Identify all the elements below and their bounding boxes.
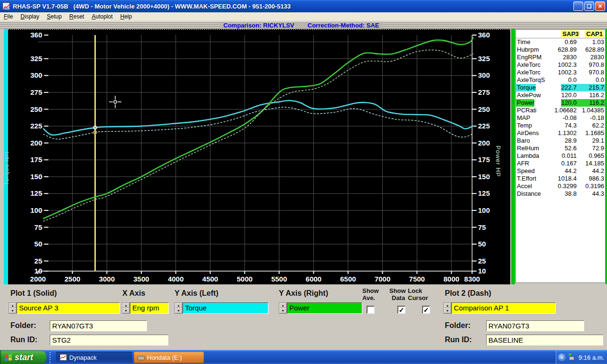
row-value-cap1: 29.1 xyxy=(577,137,605,145)
yright-select[interactable]: Power xyxy=(287,302,362,314)
plot1-spinner[interactable]: ▲▼ xyxy=(9,302,17,314)
row-value-cap1: 72.9 xyxy=(577,145,605,152)
svg-text:5500: 5500 xyxy=(271,275,287,283)
lock-cursor-checkbox[interactable]: ✓ xyxy=(422,306,430,314)
menu-item-file[interactable]: File xyxy=(0,13,17,20)
spin-up-icon: ▲ xyxy=(444,303,451,308)
row-value-cap1: 0.3196 xyxy=(577,182,605,190)
maximize-button[interactable]: ❏ xyxy=(584,1,594,11)
row-label: EngRPM xyxy=(516,54,542,61)
row-value-cap1: 116.2 xyxy=(577,91,605,99)
plot2-spinner[interactable]: ▲▼ xyxy=(443,302,451,314)
column-header-cap1: CAP1 xyxy=(585,30,604,37)
table-row: MAP-0.08-0.18 xyxy=(516,114,605,122)
table-row: Torque222.7215.7 xyxy=(516,84,605,91)
row-value-sap3: 74.3 xyxy=(565,122,577,129)
row-value-sap3: 2830 xyxy=(563,54,577,61)
spin-up-icon: ▲ xyxy=(122,303,129,308)
row-label: AirDens xyxy=(516,129,539,137)
comparison-label: Comparison: RICKYLSV xyxy=(223,22,294,29)
svg-text:100: 100 xyxy=(478,206,490,214)
yleft-spinner[interactable]: ▲▼ xyxy=(175,302,183,314)
live-data-panel: SAP3 CAP1 Time0.691.03Hubrpm628.89628.89… xyxy=(515,29,606,283)
runid-label-right: Run ID: xyxy=(445,336,472,344)
row-value-cap1: 215.7 xyxy=(577,84,605,91)
svg-text:25: 25 xyxy=(478,257,486,265)
start-label: start xyxy=(15,353,33,363)
row-label: T.Effort xyxy=(516,175,536,182)
title-bar[interactable]: RHAS-SP V1.7-05B (4WD - Motor Vehicle 20… xyxy=(0,0,607,12)
table-row: Accel0.32990.3196 xyxy=(516,182,605,190)
svg-text:2000: 2000 xyxy=(30,275,46,283)
row-value-cap1: 0.0 xyxy=(577,76,605,84)
minimize-button[interactable]: _ xyxy=(573,1,583,11)
svg-text:7500: 7500 xyxy=(409,275,425,283)
runid-input-left[interactable] xyxy=(50,335,168,346)
svg-text:325: 325 xyxy=(30,55,42,63)
drive-icon xyxy=(138,356,145,360)
plot1-select[interactable]: Source AP 3 xyxy=(17,302,120,314)
row-label: AxleTorc xyxy=(516,61,541,69)
svg-text:225: 225 xyxy=(30,122,42,130)
series-power-solid-ap3 xyxy=(44,38,473,218)
start-button[interactable]: start xyxy=(0,350,46,364)
svg-text:175: 175 xyxy=(30,155,42,164)
svg-text:200: 200 xyxy=(478,139,490,147)
safely-remove-hardware-icon[interactable] xyxy=(568,355,575,360)
task-button-hondata[interactable]: Hondata (E:) xyxy=(134,352,204,363)
dyno-chart[interactable]: 1010252550507575100100125125150150175175… xyxy=(8,29,510,284)
row-value-sap3: 1.06682 xyxy=(554,107,577,114)
yleft-select[interactable]: Torque xyxy=(183,302,268,314)
task-label: Hondata (E:) xyxy=(147,354,182,361)
menu-item-display[interactable]: Display xyxy=(17,13,43,20)
row-value-cap1: 1.1685 xyxy=(577,129,605,137)
show-ave-label-1: Show xyxy=(362,287,379,294)
application-window: RHAS-SP V1.7-05B (4WD - Motor Vehicle 20… xyxy=(0,0,607,364)
folder-label-right: Folder: xyxy=(445,321,470,330)
menu-item-autoplot[interactable]: Autoplot xyxy=(88,13,116,20)
yright-label: Y Axis (Right) xyxy=(279,289,328,298)
row-value-sap3: 1002.3 xyxy=(558,61,577,69)
yright-spinner[interactable]: ▲▼ xyxy=(279,302,287,314)
close-button[interactable]: ✕ xyxy=(595,1,605,11)
show-ave-checkbox[interactable] xyxy=(367,306,375,314)
svg-text:25: 25 xyxy=(34,257,42,265)
svg-text:150: 150 xyxy=(30,173,42,181)
y-axis-left-title: Torque lbft xyxy=(3,142,11,194)
hidden-icons-chevron[interactable]: < xyxy=(558,354,566,361)
svg-text:360: 360 xyxy=(30,31,42,39)
right-axis-color-stripe xyxy=(511,29,515,284)
row-label: AxleTorqS xyxy=(516,76,545,84)
row-value-sap3: -0.08 xyxy=(562,114,577,122)
menu-item-reset[interactable]: Reset xyxy=(65,13,88,20)
spin-down-icon: ▼ xyxy=(122,308,129,313)
svg-text:7000: 7000 xyxy=(375,275,390,283)
xaxis-spinner[interactable]: ▲▼ xyxy=(122,302,130,314)
xaxis-select[interactable]: Eng rpm xyxy=(130,302,169,314)
task-button-dynapack[interactable]: Dynapack xyxy=(56,352,132,363)
folder-input-right[interactable] xyxy=(486,320,584,331)
row-value-sap3: 1.1302 xyxy=(558,129,577,137)
row-value-cap1: 1.04385 xyxy=(577,107,605,114)
lock-cursor-label-1: Lock xyxy=(408,287,422,294)
row-label: Torque xyxy=(516,84,536,91)
show-data-checkbox[interactable]: ✓ xyxy=(397,306,405,314)
plot1-label: Plot 1 (Solid) xyxy=(10,289,57,298)
row-value-cap1: 116.2 xyxy=(577,99,605,107)
svg-text:150: 150 xyxy=(478,173,490,181)
menu-item-help[interactable]: Help xyxy=(117,13,136,20)
svg-text:100: 100 xyxy=(30,206,42,214)
spin-down-icon: ▼ xyxy=(175,308,182,313)
show-ave-label-2: Ave. xyxy=(362,294,375,301)
row-value-sap3: 0.167 xyxy=(561,160,577,167)
row-value-cap1: 0.965 xyxy=(577,152,605,160)
runid-input-right[interactable] xyxy=(486,335,603,346)
row-value-sap3: 52.6 xyxy=(565,145,577,152)
svg-text:4500: 4500 xyxy=(202,275,218,283)
lock-cursor-label-2: Cursor xyxy=(408,294,428,301)
system-tray: < 9:16 a.m. xyxy=(556,350,607,364)
menu-item-setup[interactable]: Setup xyxy=(43,13,65,20)
folder-input-left[interactable] xyxy=(50,320,147,331)
row-value-sap3: 0.3299 xyxy=(558,182,577,190)
plot2-select[interactable]: Comparison AP 1 xyxy=(451,302,556,314)
